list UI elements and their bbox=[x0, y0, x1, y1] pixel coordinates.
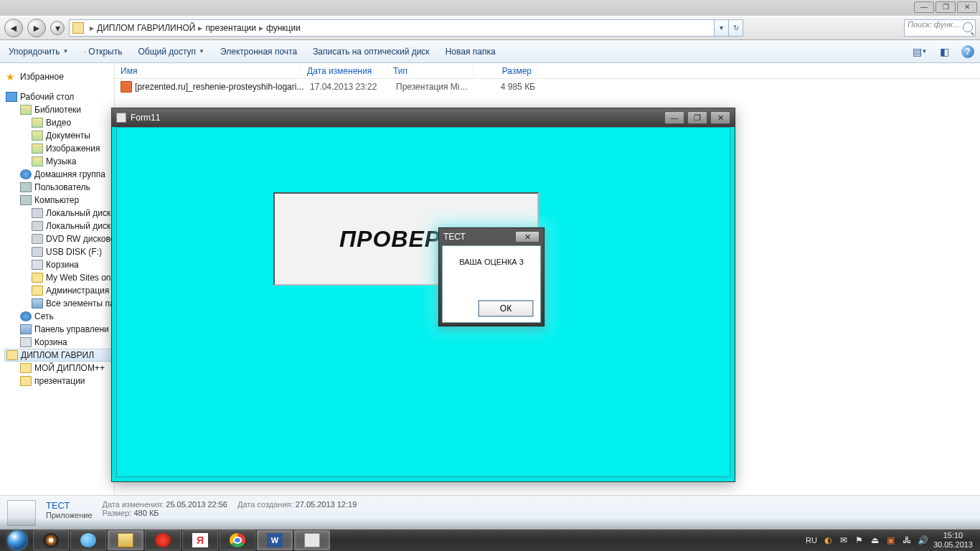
new-folder-button[interactable]: Новая папка bbox=[443, 45, 499, 58]
burn-button[interactable]: Записать на оптический диск bbox=[310, 45, 433, 58]
tree-presentations[interactable]: презентации bbox=[34, 376, 85, 386]
nav-back-button[interactable]: ◄ bbox=[4, 19, 23, 37]
open-button[interactable]: Открыть bbox=[81, 45, 125, 58]
share-menu[interactable]: Общий доступ▼ bbox=[135, 45, 207, 58]
tray-clock[interactable]: 15:10 30.05.2013 bbox=[933, 531, 973, 550]
volume-icon[interactable]: 🔊 bbox=[918, 535, 928, 545]
tree-music[interactable]: Музыка bbox=[46, 156, 76, 166]
drive-icon bbox=[32, 208, 43, 218]
breadcrumb-refresh-button[interactable]: ↻ bbox=[729, 19, 743, 37]
recycle-icon bbox=[32, 260, 43, 270]
main-maximize-button[interactable]: ❐ bbox=[936, 1, 956, 13]
network-icon bbox=[20, 311, 32, 321]
folder-icon bbox=[20, 376, 32, 386]
breadcrumb-segment[interactable]: ДИПЛОМ ГАВРИЛИНОЙ bbox=[97, 23, 195, 33]
lang-indicator[interactable]: RU bbox=[806, 536, 817, 545]
form11-minimize-button[interactable]: — bbox=[664, 111, 684, 124]
tree-documents[interactable]: Документы bbox=[46, 131, 90, 141]
organize-menu[interactable]: Упорядочить▼ bbox=[6, 45, 71, 58]
tree-cpanel[interactable]: Панель управлени bbox=[34, 324, 109, 334]
controlpanel-icon bbox=[20, 324, 32, 334]
form11-title: Form11 bbox=[131, 113, 160, 123]
tray-icon[interactable]: ✉ bbox=[839, 535, 849, 545]
tree-dvd[interactable]: DVD RW дисково bbox=[46, 234, 114, 244]
col-name[interactable]: Имя bbox=[115, 66, 301, 76]
drive-icon bbox=[32, 221, 43, 231]
result-dialog-close-button[interactable]: ✕ bbox=[515, 231, 540, 242]
tree-desktop[interactable]: Рабочий стол bbox=[20, 92, 74, 102]
tray-icon[interactable]: ⚑ bbox=[854, 535, 864, 545]
taskbar[interactable]: Я W RU ◐ ✉ ⚑ ⏏ ▣ 🖧 🔊 15:10 30.05.2013 bbox=[0, 529, 980, 551]
taskbar-explorer[interactable] bbox=[108, 530, 143, 550]
folder-icon bbox=[32, 273, 43, 283]
form11-window[interactable]: Form11 — ❐ ✕ ПРОВЕРКА bbox=[111, 108, 735, 482]
file-type: Презентация Micr... bbox=[390, 82, 476, 92]
nav-forward-button[interactable]: ► bbox=[27, 19, 46, 37]
search-input[interactable]: Поиск: функ... bbox=[904, 19, 976, 37]
tree-allitems[interactable]: Все элементы па bbox=[46, 298, 114, 309]
tree-computer[interactable]: Компьютер bbox=[34, 195, 79, 205]
form11-close-button[interactable]: ✕ bbox=[710, 111, 730, 124]
start-button[interactable] bbox=[3, 529, 32, 551]
email-button[interactable]: Электронная почта bbox=[217, 45, 300, 58]
breadcrumb-dropdown-button[interactable]: ▾ bbox=[715, 19, 729, 37]
main-minimize-button[interactable]: — bbox=[914, 1, 934, 13]
tree-usb[interactable]: USB DISK (F:) bbox=[46, 247, 102, 257]
tree-homegroup[interactable]: Домашняя группа bbox=[34, 169, 105, 179]
tree-mydiplom[interactable]: МОЙ ДИПЛОМ++ bbox=[34, 363, 105, 373]
dvd-icon bbox=[32, 234, 43, 244]
taskbar-mediaplayer[interactable] bbox=[33, 530, 69, 550]
breadcrumb-segment[interactable]: функции bbox=[266, 23, 301, 33]
tree-localdisk[interactable]: Локальный диск bbox=[46, 208, 110, 218]
tree-bin2[interactable]: Корзина bbox=[34, 337, 67, 347]
taskbar-chrome[interactable] bbox=[220, 530, 255, 550]
tree-user[interactable]: Пользователь bbox=[34, 182, 90, 192]
tree-admin[interactable]: Администрация bbox=[46, 286, 109, 296]
file-row[interactable]: [prezented.ru]_reshenie-prosteyshih-loga… bbox=[115, 79, 980, 95]
form11-maximize-button[interactable]: ❐ bbox=[687, 111, 707, 124]
view-options-button[interactable]: ▤▼ bbox=[913, 44, 927, 59]
breadcrumb-segment[interactable]: презентации bbox=[205, 23, 256, 33]
tree-libraries[interactable]: Библиотеки bbox=[34, 105, 81, 115]
taskbar-ie[interactable] bbox=[70, 530, 106, 550]
help-button[interactable]: ? bbox=[961, 45, 974, 58]
documents-icon bbox=[32, 131, 43, 141]
main-close-button[interactable]: ✕ bbox=[957, 1, 977, 13]
star-icon: ★ bbox=[6, 72, 17, 82]
tree-network[interactable]: Сеть bbox=[34, 311, 54, 321]
col-type[interactable]: Тип bbox=[387, 66, 473, 76]
preview-pane-button[interactable]: ◧ bbox=[937, 44, 951, 59]
explorer-icon bbox=[118, 533, 133, 547]
taskbar-yandex[interactable]: Я bbox=[182, 530, 218, 550]
nav-history-dropdown[interactable]: ▾ bbox=[50, 21, 65, 35]
tray-icon[interactable]: ⏏ bbox=[870, 535, 880, 545]
network-icon[interactable]: 🖧 bbox=[902, 535, 912, 545]
taskbar-form-app[interactable] bbox=[294, 530, 330, 550]
tree-diplom[interactable]: ДИПЛОМ ГАВРИЛ bbox=[21, 350, 94, 360]
desktop-icon bbox=[6, 92, 17, 102]
system-tray[interactable]: RU ◐ ✉ ⚑ ⏏ ▣ 🖧 🔊 15:10 30.05.2013 bbox=[806, 531, 977, 550]
tree-video[interactable]: Видео bbox=[46, 118, 71, 128]
tree-mysites[interactable]: My Web Sites on bbox=[46, 273, 110, 283]
tree-localdisk2[interactable]: Локальный диск bbox=[46, 221, 110, 231]
form11-titlebar[interactable]: Form11 — ❐ ✕ bbox=[112, 108, 735, 127]
details-apptype: Приложение bbox=[46, 511, 93, 519]
taskbar-word[interactable]: W bbox=[257, 530, 293, 550]
yandex-icon: Я bbox=[192, 533, 208, 547]
breadcrumb[interactable]: ▸ ДИПЛОМ ГАВРИЛИНОЙ ▸ презентации ▸ функ… bbox=[69, 19, 715, 37]
col-size[interactable]: Размер bbox=[473, 66, 538, 76]
tree-images[interactable]: Изображения bbox=[46, 143, 100, 154]
result-dialog-ok-button[interactable]: ОК bbox=[479, 301, 533, 316]
column-headers[interactable]: Имя Дата изменения Тип Размер bbox=[115, 63, 980, 79]
form11-app-icon bbox=[116, 113, 126, 123]
tray-icon[interactable]: ▣ bbox=[886, 535, 896, 545]
nav-tree[interactable]: ★Избранное Рабочий стол Библиотеки Видео… bbox=[0, 63, 115, 507]
tree-bin[interactable]: Корзина bbox=[46, 260, 79, 270]
tray-icon[interactable]: ◐ bbox=[823, 535, 833, 545]
col-date[interactable]: Дата изменения bbox=[301, 66, 387, 76]
details-created: 27.05.2013 12:19 bbox=[296, 500, 357, 509]
taskbar-opera[interactable] bbox=[145, 530, 181, 550]
favorites-group[interactable]: Избранное bbox=[20, 72, 64, 82]
result-dialog-titlebar[interactable]: ТЕСТ ✕ bbox=[439, 228, 544, 245]
result-dialog[interactable]: ТЕСТ ✕ ВАША ОЦЕНКА 3 ОК bbox=[438, 227, 545, 326]
